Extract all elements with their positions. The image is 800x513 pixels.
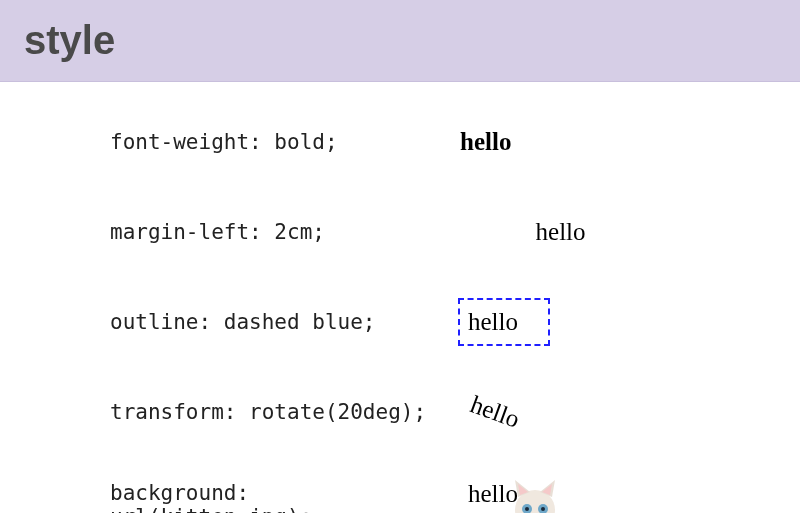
svg-point-7 <box>522 504 532 513</box>
example-row-outline: outline: dashed blue; hello <box>110 292 780 352</box>
svg-point-8 <box>538 504 548 513</box>
slide-title: style <box>24 18 776 63</box>
slide-header: style <box>0 0 800 82</box>
svg-marker-5 <box>518 484 528 495</box>
css-code: outline: dashed blue; <box>110 310 460 334</box>
slide-content: font-weight: bold; hello margin-left: 2c… <box>0 82 800 513</box>
example-output-background: hello <box>460 472 563 513</box>
svg-marker-4 <box>540 480 555 497</box>
example-output-outline: hello <box>460 300 548 344</box>
svg-marker-6 <box>542 484 552 495</box>
css-code: margin-left: 2cm; <box>110 220 460 244</box>
css-code: background: url(kitten.jpg); <box>110 481 460 513</box>
css-code: transform: rotate(20deg); <box>110 400 460 424</box>
example-row-margin: margin-left: 2cm; hello <box>110 202 780 262</box>
example-text: hello <box>468 480 518 507</box>
svg-point-10 <box>541 507 545 511</box>
svg-point-9 <box>525 507 529 511</box>
example-output-rotate: hello <box>467 390 524 433</box>
example-output-bold: hello <box>460 128 511 156</box>
example-row-background: background: url(kitten.jpg); hello <box>110 472 780 513</box>
example-row-rotate: transform: rotate(20deg); hello <box>110 382 780 442</box>
css-code: font-weight: bold; <box>110 130 460 154</box>
svg-point-2 <box>515 490 555 513</box>
example-output-margin: hello <box>536 218 586 246</box>
example-row-bold: font-weight: bold; hello <box>110 112 780 172</box>
